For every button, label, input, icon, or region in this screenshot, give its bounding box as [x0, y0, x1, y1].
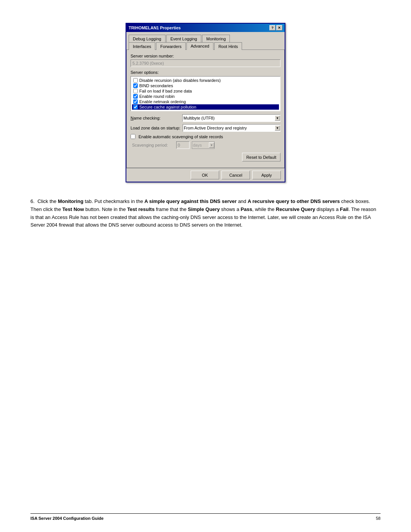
body-paragraph: 6. Click the Monitoring tab. Put checkma…: [30, 198, 381, 229]
scavenging-period-label: Scavenging period:: [132, 143, 174, 147]
server-options-group: Server options: Disable recursion (also …: [131, 70, 280, 111]
checkbox-bind-secondaries[interactable]: BIND secondaries: [132, 83, 279, 88]
server-options-label: Server options:: [131, 70, 280, 75]
tab-row-1: Debug Logging Event Logging Monitoring: [129, 34, 282, 42]
checkbox-netmask[interactable]: Enable netmask ordering: [132, 99, 279, 104]
help-button[interactable]: ?: [269, 25, 276, 30]
tab-content: Server version number: Server options: D…: [126, 50, 285, 168]
options-listbox[interactable]: Disable recursion (also disables forward…: [131, 76, 280, 111]
close-button[interactable]: ✕: [276, 25, 282, 30]
properties-dialog: TRIHOMELAN1 Properties ? ✕ Debug Logging: [126, 23, 285, 182]
checkbox-netmask-input[interactable]: [133, 99, 138, 104]
scavenge-checkbox[interactable]: [131, 134, 135, 139]
checkbox-bind-input[interactable]: [133, 83, 138, 88]
step-number: 6.: [30, 198, 35, 204]
checkbox-round-robin[interactable]: Enable round robin: [132, 94, 279, 99]
checkbox-fail-on-load[interactable]: Fail on load if bad zone data: [132, 88, 279, 94]
reset-row: Reset to Default: [131, 153, 280, 161]
dialog-content: Debug Logging Event Logging Monitoring I…: [126, 32, 285, 182]
checkbox-fail-input[interactable]: [133, 89, 138, 93]
tab-event-logging[interactable]: Event Logging: [166, 35, 201, 42]
dialog-footer: OK Cancel Apply: [126, 168, 285, 182]
dialog-titlebar: TRIHOMELAN1 Properties ? ✕: [126, 24, 285, 32]
checkbox-rr-input[interactable]: [133, 94, 138, 99]
name-checking-label: Name checking:: [131, 116, 180, 120]
days-select-wrapper: days ▼: [192, 141, 215, 149]
name-checking-select[interactable]: Multibyte (UTF8) Strict RFC (ANSI) Non R…: [182, 114, 280, 122]
name-checking-row: Name checking: Multibyte (UTF8) Strict R…: [131, 114, 280, 122]
checkbox-disable-recursion[interactable]: Disable recursion (also disables forward…: [132, 78, 279, 83]
dialog-wrapper: TRIHOMELAN1 Properties ? ✕ Debug Logging: [30, 23, 381, 182]
tab-row-2: Interfaces Forwarders Advanced Root Hint…: [129, 42, 282, 50]
load-zone-select-wrapper: From Active Directory and registry From …: [183, 124, 280, 132]
scavenging-input: [176, 141, 190, 149]
tab-strip: Debug Logging Event Logging Monitoring I…: [126, 32, 285, 50]
footer-left: ISA Server 2004 Configuration Guide: [30, 516, 104, 521]
load-zone-select[interactable]: From Active Directory and registry From …: [183, 124, 280, 132]
scavenging-period-row: Scavenging period: days ▼: [131, 141, 280, 149]
reset-to-default-button[interactable]: Reset to Default: [242, 153, 280, 161]
tab-advanced[interactable]: Advanced: [186, 42, 213, 50]
name-checking-select-wrapper: Multibyte (UTF8) Strict RFC (ANSI) Non R…: [182, 114, 280, 122]
page: TRIHOMELAN1 Properties ? ✕ Debug Logging: [0, 0, 411, 532]
checkbox-secure-input[interactable]: [133, 105, 138, 109]
apply-button[interactable]: Apply: [252, 171, 281, 179]
page-footer: ISA Server 2004 Configuration Guide 58: [30, 513, 381, 521]
server-version-label: Server version number:: [131, 54, 280, 58]
server-version-group: Server version number:: [131, 54, 280, 67]
footer-right: 58: [376, 516, 381, 521]
cancel-button[interactable]: Cancel: [221, 171, 250, 179]
load-zone-label: Load zone data on startup:: [131, 126, 180, 130]
dialog-title: TRIHOMELAN1 Properties: [129, 26, 181, 30]
checkbox-secure-cache[interactable]: Secure cache against pollution: [132, 104, 279, 110]
titlebar-controls: ? ✕: [269, 25, 282, 30]
tab-debug-logging[interactable]: Debug Logging: [129, 35, 166, 42]
tab-forwarders[interactable]: Forwarders: [156, 42, 186, 50]
tab-interfaces[interactable]: Interfaces: [129, 42, 155, 50]
tab-root-hints[interactable]: Root Hints: [214, 42, 242, 50]
ok-button[interactable]: OK: [191, 171, 219, 179]
scavenge-row[interactable]: Enable automatic scavenging of stale rec…: [131, 134, 280, 139]
tab-monitoring[interactable]: Monitoring: [202, 35, 230, 42]
days-select: days: [192, 141, 215, 149]
load-zone-row: Load zone data on startup: From Active D…: [131, 124, 280, 132]
server-version-input: [131, 59, 280, 67]
checkbox-disable-recursion-input[interactable]: [133, 78, 138, 83]
body-text-area: 6. Click the Monitoring tab. Put checkma…: [30, 198, 381, 234]
